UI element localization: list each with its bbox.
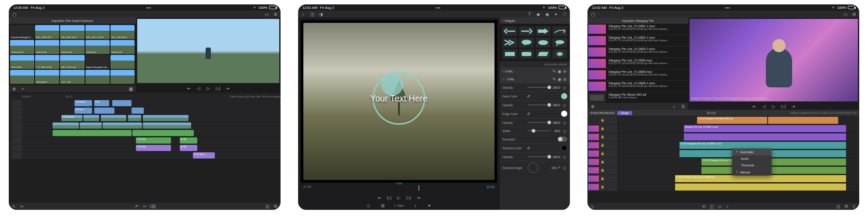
opacity3-row[interactable]: Opacity100.0◇ bbox=[500, 118, 570, 126]
media-thumb[interactable]: IMG_2001-1.MOV bbox=[85, 25, 110, 39]
menu-audio[interactable]: Audio bbox=[732, 155, 772, 162]
settings-icon[interactable]: ⚙ bbox=[273, 11, 278, 17]
menu-timecode[interactable]: Timecode bbox=[732, 162, 772, 169]
timeline-clip[interactable] bbox=[132, 130, 194, 136]
timeline[interactable]: 15:00.031.17Great Outdoors (29.97fps, 60… bbox=[9, 92, 281, 203]
layers-icon[interactable]: ◫ bbox=[309, 11, 315, 17]
timeline-track[interactable] bbox=[11, 129, 281, 137]
timeline-clip[interactable]: 19.25 bbox=[180, 137, 197, 144]
view-icon[interactable]: ▦ bbox=[128, 86, 133, 91]
sync-clip[interactable]: 5.23.15 Stargazy Pie Stereo MIX.aif bbox=[697, 117, 767, 124]
library-icon[interactable]: ▭ bbox=[264, 11, 269, 17]
arrow-block-shape[interactable] bbox=[536, 26, 551, 36]
arrow-left-shape[interactable] bbox=[502, 26, 517, 36]
media-thumb[interactable]: 7.01 3840x2160 bbox=[35, 55, 59, 69]
multitask-dots-icon[interactable]: ••• bbox=[725, 6, 730, 10]
lock-icon[interactable]: 🔒 bbox=[600, 134, 605, 140]
sync-icon[interactable]: ⟲ bbox=[701, 204, 706, 209]
edit-icon[interactable]: ✎ bbox=[551, 68, 557, 74]
clip-list-item[interactable]: Stargazy Pie Live_V1-0002-1.mov5.23.07 T… bbox=[587, 35, 688, 47]
timeline-clip[interactable]: 12.07 title...f bbox=[193, 152, 215, 158]
opacity-slider[interactable] bbox=[528, 104, 549, 105]
sync-track[interactable]: 🔒5.23.22 Stargazy Pie Live_V1-0004.mov bbox=[618, 175, 859, 183]
lock-icon[interactable]: 🔒 bbox=[600, 168, 605, 173]
timeline-track[interactable]: 6.22 bar... bbox=[11, 107, 281, 114]
play-icon[interactable]: ▷ bbox=[396, 195, 402, 200]
play-icon[interactable]: ▷ bbox=[206, 86, 211, 91]
shapes-header[interactable]: ‹Shapes bbox=[500, 18, 570, 24]
prev-frame-icon[interactable]: |◁ bbox=[387, 195, 392, 200]
timeline-clip[interactable]: 19.25 bbox=[180, 145, 197, 151]
oval-shape-btn[interactable] bbox=[536, 38, 551, 47]
track-header[interactable]: 🔒 bbox=[587, 116, 617, 124]
goto-end-icon[interactable]: ⇥ bbox=[225, 86, 230, 91]
lock-icon[interactable]: 🔒 bbox=[600, 184, 605, 190]
edit-icon[interactable]: ✎ bbox=[551, 76, 557, 82]
lock-icon[interactable]: 🔒 bbox=[600, 176, 605, 181]
goto-start-icon[interactable]: ⇤ bbox=[752, 104, 757, 109]
opacity2-row[interactable]: Opacity100.0◇ bbox=[500, 101, 570, 109]
media-thumb[interactable] bbox=[10, 70, 34, 84]
snapping-icon[interactable]: ⧉ bbox=[273, 204, 278, 209]
add-icon[interactable]: ＋ bbox=[20, 86, 25, 91]
face-swatch[interactable] bbox=[561, 93, 567, 99]
keyframe-icon[interactable]: ◇ bbox=[562, 128, 567, 133]
media-thumb[interactable]: 1948.HDV bbox=[85, 40, 110, 54]
sync-clip[interactable]: 5.23.22 Stargazy Pie Live_V1-0004.mov bbox=[675, 175, 846, 182]
keyframe-icon[interactable]: ◇ bbox=[562, 154, 567, 159]
layer-oval-1[interactable]: ›OVAL✎◉⊖ bbox=[500, 67, 570, 75]
tool-select-icon[interactable]: ↖ bbox=[11, 204, 17, 209]
lock-icon[interactable]: 🔒 bbox=[600, 151, 605, 156]
goto-end-icon[interactable]: ⇥ bbox=[416, 195, 421, 200]
visible-icon[interactable]: ◉ bbox=[557, 68, 562, 74]
scrubber[interactable]: 27.00 [0.84] 4.02 bbox=[301, 185, 497, 194]
timeline-ruler[interactable]: 15:00.031.17Great Outdoors (29.97fps, 60… bbox=[9, 94, 281, 99]
library-icon[interactable]: ▭ bbox=[843, 11, 848, 17]
next-frame-icon[interactable]: ▷| bbox=[215, 86, 221, 91]
angle-dial[interactable] bbox=[528, 162, 538, 173]
lock-icon[interactable]: 🔒 bbox=[600, 118, 605, 123]
multitask-dots-icon[interactable]: ••• bbox=[436, 6, 441, 10]
media-thumb[interactable]: 3840x2160 bbox=[110, 40, 135, 54]
fx-icon[interactable]: ✦ bbox=[553, 11, 559, 17]
parallelogram-shape[interactable] bbox=[536, 49, 551, 59]
adjust-icon[interactable]: ⬡ bbox=[562, 11, 567, 17]
menu-automatic[interactable]: ✓Automatic bbox=[732, 148, 772, 155]
timeline-clip[interactable] bbox=[53, 130, 132, 136]
track-header[interactable]: 🔒 bbox=[587, 133, 617, 141]
thought-bubble-shape[interactable] bbox=[552, 38, 567, 47]
filter-icon[interactable]: ⊕ bbox=[11, 86, 17, 91]
clip-list-item[interactable]: Stargazy Pie Live_V1-0006-1.mov2.21.01 T… bbox=[587, 81, 688, 92]
sync-track[interactable]: 🔒Stargazy Pie Live_V1-0001-1.mov bbox=[618, 125, 859, 133]
eyedropper-icon[interactable]: ✐ bbox=[526, 94, 531, 99]
face-color-row[interactable]: Face Color✐ bbox=[500, 91, 570, 101]
next-frame-icon[interactable]: ▷| bbox=[406, 195, 411, 200]
media-thumb[interactable]: IMG_0981.MOV bbox=[60, 25, 84, 39]
tool-select-icon[interactable]: ↖ bbox=[590, 204, 595, 209]
chevron-shape[interactable] bbox=[502, 38, 517, 47]
rounded-row[interactable]: Rounded bbox=[500, 135, 570, 143]
timeline-clip[interactable] bbox=[112, 100, 132, 106]
visible-icon[interactable]: ◉ bbox=[557, 76, 562, 82]
media-thumb[interactable]: 4.57 1.M3 bbox=[60, 70, 84, 84]
sync-clip[interactable]: Stargazy Pie Live_V1-0001-1.mov bbox=[684, 125, 846, 132]
media-thumb[interactable]: 4032x3024 bbox=[10, 55, 34, 69]
track-header[interactable]: 🔒 bbox=[587, 150, 617, 158]
shadow-color-row[interactable]: Shadow Color✐ bbox=[500, 143, 570, 152]
mode3-icon[interactable]: ♪ bbox=[725, 204, 730, 209]
lock-icon[interactable]: 🔒 bbox=[600, 126, 605, 131]
timeline-clip[interactable] bbox=[132, 108, 144, 114]
eyedropper-icon[interactable]: ✐ bbox=[526, 145, 531, 151]
sidebar-icon[interactable]: ▢ bbox=[590, 11, 595, 17]
keyframe-icon[interactable]: ◇ bbox=[562, 102, 567, 108]
settings-icon[interactable]: ⚙ bbox=[851, 11, 857, 17]
burst-shape[interactable] bbox=[552, 49, 567, 59]
timeline-track[interactable]: 12.07 title...f bbox=[11, 152, 281, 159]
sync-track[interactable]: 🔒5.23.15 Stargazy Pie Stereo MIX.aif bbox=[618, 116, 859, 124]
tab-audio-icon[interactable]: ♪ bbox=[413, 203, 418, 208]
arrow-right-shape[interactable] bbox=[519, 26, 534, 36]
rounded-toggle[interactable] bbox=[558, 137, 567, 142]
export-icon[interactable]: ⇪ bbox=[851, 204, 857, 209]
timeline-clip[interactable] bbox=[83, 115, 99, 121]
opacity-slider[interactable] bbox=[528, 87, 549, 88]
